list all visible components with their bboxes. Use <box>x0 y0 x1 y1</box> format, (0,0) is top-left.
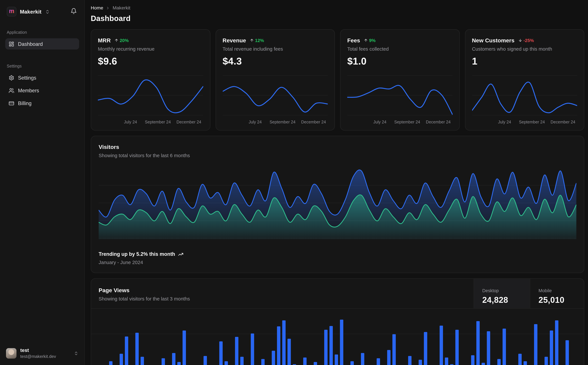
page-views-bar-chart <box>91 309 584 365</box>
trend-badge: 20% <box>114 38 129 43</box>
stat-subtitle: Total revenue including fees <box>223 46 328 52</box>
page-views-toggle-group: Desktop 24,828 Mobile 25,010 <box>474 279 584 309</box>
chevron-right-icon <box>106 6 110 10</box>
visitors-card: Visitors Showing total visitors for the … <box>91 136 584 273</box>
page-title: Dashboard <box>91 14 584 23</box>
new-customers-sparkline-chart <box>472 72 577 118</box>
sidebar-nav: Application Dashboard Settings Settings … <box>5 30 79 110</box>
page-views-card: Page Views Showing total visitors for th… <box>91 278 584 365</box>
trending-up-icon <box>178 252 183 257</box>
sidebar-item-dashboard[interactable]: Dashboard <box>5 38 79 49</box>
page-views-title: Page Views <box>99 287 466 293</box>
page-views-header: Page Views Showing total visitors for th… <box>91 279 584 309</box>
sidebar-item-label: Dashboard <box>18 41 43 47</box>
fees-sparkline-chart <box>347 72 452 118</box>
stat-cards-row: MRR 20% Monthly recurring revenue $9.6 J… <box>91 29 584 131</box>
team-selector[interactable]: m Makerkit <box>6 6 50 17</box>
visitors-subtitle: Showing total visitors for the last 6 mo… <box>99 153 576 158</box>
sidebar-item-label: Members <box>18 88 39 93</box>
arrow-up-icon <box>364 38 368 42</box>
visitors-date-range: January - June 2024 <box>99 260 576 265</box>
x-axis-ticks: July 24 September 24 December 24 <box>472 120 577 126</box>
sidebar-item-members[interactable]: Members <box>5 85 79 96</box>
user-menu[interactable]: test test@makerkit.dev <box>5 346 79 360</box>
billing-icon <box>9 100 14 106</box>
x-axis-ticks: July 24 September 24 December 24 <box>223 120 328 126</box>
bell-icon <box>70 8 77 14</box>
visitors-title: Visitors <box>99 144 576 150</box>
stat-card-new-customers: New Customers -25% Customers who signed … <box>465 29 584 131</box>
stat-value: $4.3 <box>223 56 328 67</box>
makerkit-logo: m <box>7 7 17 17</box>
stat-value: $9.6 <box>98 56 203 67</box>
stat-subtitle: Customers who signed up this month <box>472 46 577 52</box>
user-name: test <box>20 347 56 354</box>
stat-subtitle: Total fees collected <box>347 46 452 52</box>
arrow-up-icon <box>250 38 254 42</box>
mobile-value: 25,010 <box>539 295 584 305</box>
notifications-button[interactable] <box>69 7 78 17</box>
visitors-area-chart <box>99 167 576 239</box>
main-content: Home Makerkit Dashboard MRR 20% Monthly … <box>85 0 588 365</box>
stat-value: 1 <box>472 56 577 67</box>
sidebar-item-label: Billing <box>18 100 32 106</box>
mobile-toggle[interactable]: Mobile 25,010 <box>530 279 584 309</box>
trend-badge: 12% <box>250 38 264 43</box>
stat-title: Fees <box>347 37 360 43</box>
settings-icon <box>9 75 14 80</box>
chevrons-up-down-icon <box>74 351 78 355</box>
stat-card-revenue: Revenue 12% Total revenue including fees… <box>215 29 335 131</box>
stat-card-mrr: MRR 20% Monthly recurring revenue $9.6 J… <box>91 29 210 131</box>
user-avatar <box>6 348 16 358</box>
stat-value: $1.0 <box>347 56 452 67</box>
arrow-down-icon <box>518 38 522 42</box>
sidebar: m Makerkit Application Dashboard <box>0 0 85 365</box>
sidebar-item-settings[interactable]: Settings <box>5 72 79 83</box>
nav-group-label-application: Application <box>7 30 78 35</box>
brand-name: Makerkit <box>20 9 42 14</box>
mobile-label: Mobile <box>539 288 584 293</box>
x-axis-ticks: July 24 September 24 December 24 <box>347 120 452 126</box>
revenue-sparkline-chart <box>223 72 328 118</box>
dashboard-icon <box>9 41 14 47</box>
trend-badge: 9% <box>364 38 376 43</box>
x-axis-ticks: July 24 September 24 December 24 <box>98 120 203 126</box>
visitors-trend-text: Trending up by 5.2% this month <box>99 251 175 257</box>
mrr-sparkline-chart <box>98 72 203 118</box>
sidebar-item-billing[interactable]: Billing <box>5 98 79 109</box>
desktop-value: 24,828 <box>482 295 530 305</box>
logo-letter: m <box>9 8 14 14</box>
breadcrumb-current: Makerkit <box>113 5 130 11</box>
visitors-footer: Trending up by 5.2% this month January -… <box>99 251 576 265</box>
members-icon <box>9 88 14 93</box>
arrow-up-icon <box>114 38 119 42</box>
page-views-subtitle: Showing total visitors for the last 3 mo… <box>99 296 466 302</box>
stat-subtitle: Monthly recurring revenue <box>98 46 203 52</box>
sidebar-header: m Makerkit <box>6 6 78 17</box>
stat-title: MRR <box>98 37 111 43</box>
trend-badge: -25% <box>518 38 534 43</box>
stat-title: New Customers <box>472 37 514 43</box>
breadcrumb-home[interactable]: Home <box>91 5 103 11</box>
chevrons-up-down-icon <box>45 9 50 14</box>
stat-title: Revenue <box>223 37 246 43</box>
desktop-label: Desktop <box>482 288 530 293</box>
sidebar-item-label: Settings <box>18 75 36 80</box>
nav-group-label-settings: Settings <box>7 64 78 68</box>
breadcrumb: Home Makerkit <box>91 5 584 11</box>
app-screen: m Makerkit Application Dashboard <box>0 0 588 365</box>
stat-card-fees: Fees 9% Total fees collected $1.0 July 2… <box>340 29 459 131</box>
user-email: test@makerkit.dev <box>20 354 56 359</box>
desktop-toggle[interactable]: Desktop 24,828 <box>474 279 530 309</box>
